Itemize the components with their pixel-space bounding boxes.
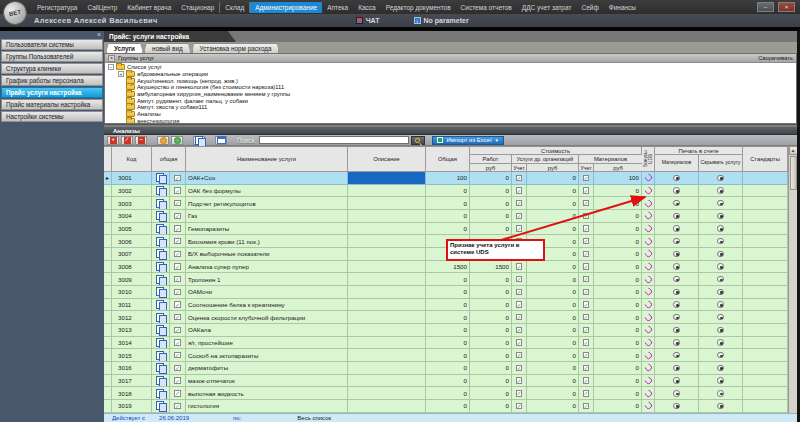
cell-org-cost[interactable]: 0	[527, 349, 579, 362]
cell-standards[interactable]	[743, 324, 788, 337]
cell-description[interactable]	[348, 299, 426, 312]
service-copy-icon[interactable]	[152, 349, 170, 362]
cell-work-cost[interactable]: 1500	[470, 261, 512, 274]
materials-account-checkbox[interactable]	[579, 400, 594, 413]
cell-service-name[interactable]: дерматофиты	[186, 362, 348, 375]
materials-account-checkbox[interactable]	[579, 235, 594, 248]
print-materials-radio[interactable]	[655, 235, 699, 248]
materials-account-checkbox[interactable]	[579, 375, 594, 388]
refresh-down-button[interactable]	[171, 136, 183, 145]
service-copy-icon[interactable]	[152, 261, 170, 274]
cell-code[interactable]: 3019	[112, 400, 152, 413]
sidebar-item[interactable]: Структура клиники	[1, 63, 103, 74]
cell-total-cost[interactable]: 0	[426, 375, 470, 388]
cell-materials-cost[interactable]: 0	[594, 223, 642, 236]
uds-bonus-toggle[interactable]	[642, 311, 655, 324]
org-account-checkbox[interactable]	[512, 299, 527, 312]
menu-item[interactable]: Система отчетов	[456, 2, 517, 13]
cell-total-cost[interactable]: 0	[426, 273, 470, 286]
collapse-node-icon[interactable]: −	[108, 64, 114, 70]
chat-button[interactable]: ЧАТ	[356, 17, 380, 24]
hide-service-radio[interactable]	[699, 210, 743, 223]
cell-materials-cost[interactable]: 0	[594, 273, 642, 286]
cell-materials-cost[interactable]: 0	[594, 362, 642, 375]
table-row[interactable]: 3017 мазок-отпечаток 0 0 0 0	[104, 375, 788, 388]
row-selector[interactable]: ►	[104, 172, 112, 185]
cell-total-cost[interactable]: 0	[426, 210, 470, 223]
cell-service-name[interactable]: Биохимия крови (11 пок.)	[186, 235, 348, 248]
hide-service-radio[interactable]	[699, 375, 743, 388]
hide-service-radio[interactable]	[699, 197, 743, 210]
vertical-scrollbar[interactable]: ▲	[788, 146, 797, 413]
common-checkbox[interactable]	[170, 197, 186, 210]
menu-item[interactable]: Сейф	[576, 2, 603, 13]
menu-item[interactable]: Касса	[353, 2, 381, 13]
row-selector[interactable]	[104, 400, 112, 413]
cell-materials-cost[interactable]: 0	[594, 210, 642, 223]
cell-standards[interactable]	[743, 223, 788, 236]
cell-standards[interactable]	[743, 337, 788, 350]
header-total[interactable]: Общая	[426, 147, 470, 172]
materials-account-checkbox[interactable]	[579, 197, 594, 210]
table-row[interactable]: 3012 Оценка скорости клубочной фильтраци…	[104, 311, 788, 324]
uds-bonus-toggle[interactable]	[642, 210, 655, 223]
tree-item[interactable]: + анестезиология	[108, 118, 796, 124]
close-button[interactable]: ×	[778, 2, 795, 12]
cell-materials-cost[interactable]: 0	[594, 400, 642, 413]
cell-total-cost[interactable]: 0	[426, 349, 470, 362]
common-checkbox[interactable]	[170, 286, 186, 299]
uds-bonus-toggle[interactable]	[642, 261, 655, 274]
materials-account-checkbox[interactable]	[579, 337, 594, 350]
table-row[interactable]: 3013 ОАКала 0 0 0 0	[104, 324, 788, 337]
hide-service-radio[interactable]	[699, 248, 743, 261]
org-account-checkbox[interactable]	[512, 185, 527, 198]
cell-service-name[interactable]: Оценка скорости клубочной фильтрации	[186, 311, 348, 324]
org-account-checkbox[interactable]	[512, 400, 527, 413]
cell-total-cost[interactable]: 0	[426, 362, 470, 375]
cell-service-name[interactable]: Гемопаразиты	[186, 223, 348, 236]
menu-item[interactable]: Редактор документов	[381, 2, 456, 13]
cell-materials-cost[interactable]: 0	[594, 185, 642, 198]
hide-service-radio[interactable]	[699, 286, 743, 299]
uds-bonus-toggle[interactable]	[642, 197, 655, 210]
print-materials-radio[interactable]	[655, 337, 699, 350]
service-copy-icon[interactable]	[152, 248, 170, 261]
cell-materials-cost[interactable]: 100	[594, 172, 642, 185]
cell-standards[interactable]	[743, 248, 788, 261]
print-materials-radio[interactable]	[655, 273, 699, 286]
org-account-checkbox[interactable]	[512, 172, 527, 185]
print-materials-radio[interactable]	[655, 172, 699, 185]
cell-code[interactable]: 3013	[112, 324, 152, 337]
row-selector[interactable]	[104, 197, 112, 210]
table-row[interactable]: 3005 Гемопаразиты 0 0 0 0	[104, 223, 788, 236]
common-checkbox[interactable]	[170, 400, 186, 413]
cell-service-name[interactable]: гистология	[186, 400, 348, 413]
refresh-up-button[interactable]	[157, 136, 169, 145]
cell-description[interactable]	[348, 261, 426, 274]
cell-code[interactable]: 3012	[112, 311, 152, 324]
table-row[interactable]: 3002 ОАК без формулы 0 0 0 0	[104, 185, 788, 198]
org-account-checkbox[interactable]	[512, 324, 527, 337]
cell-description[interactable]	[348, 337, 426, 350]
cell-standards[interactable]	[743, 197, 788, 210]
cell-total-cost[interactable]: 0	[426, 400, 470, 413]
cell-work-cost[interactable]: 0	[470, 223, 512, 236]
panel-tab[interactable]: новый вид	[144, 43, 191, 53]
cell-work-cost[interactable]: 0	[470, 375, 512, 388]
cell-org-cost[interactable]: 0	[527, 210, 579, 223]
scrollbar-thumb[interactable]	[790, 156, 797, 190]
service-copy-icon[interactable]	[152, 337, 170, 350]
materials-account-checkbox[interactable]	[579, 273, 594, 286]
service-copy-icon[interactable]	[152, 197, 170, 210]
org-account-checkbox[interactable]	[512, 337, 527, 350]
row-selector[interactable]	[104, 185, 112, 198]
cell-work-cost[interactable]: 0	[470, 337, 512, 350]
service-copy-icon[interactable]	[152, 235, 170, 248]
cell-materials-cost[interactable]: 0	[594, 387, 642, 400]
common-checkbox[interactable]	[170, 324, 186, 337]
cell-description[interactable]	[348, 349, 426, 362]
common-checkbox[interactable]	[170, 172, 186, 185]
common-checkbox[interactable]	[170, 299, 186, 312]
parameter-indicator[interactable]: i No parameter	[414, 17, 469, 24]
uds-bonus-toggle[interactable]	[642, 362, 655, 375]
